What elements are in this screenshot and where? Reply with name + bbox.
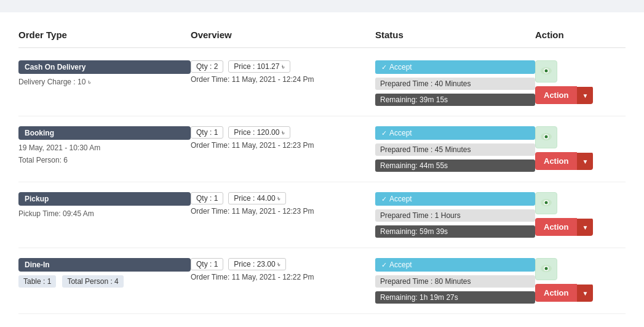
qty-badge: Qty : 2 <box>191 60 223 73</box>
status-col: ✓ Accept Prepared Time : 1 Hours Remaini… <box>375 192 535 238</box>
status-col: ✓ Accept Prepared Time : 80 Minutes Rema… <box>375 258 535 304</box>
qty-price-row: Qty : 1 Price : 120.00 ৳ <box>191 126 375 139</box>
action-dropdown-button[interactable] <box>577 285 593 302</box>
orders-table: Order Type Overview Status Action Cash O… <box>0 12 644 327</box>
price-badge: Price : 23.00 ৳ <box>228 258 286 270</box>
table-row: Cash On Delivery Delivery Charge : 10 ৳ … <box>18 50 626 116</box>
view-button[interactable] <box>535 60 557 83</box>
qty-badge: Qty : 1 <box>191 192 223 204</box>
remaining-badge: Remaining: 39m 15s <box>375 94 535 106</box>
header-action: Action <box>535 30 627 40</box>
order-type-col: Cash On Delivery Delivery Charge : 10 ৳ <box>18 60 191 86</box>
price-badge: Price : 44.00 ৳ <box>228 192 286 204</box>
order-time: Order Time: 11 May, 2021 - 12:24 Pm <box>191 75 375 84</box>
action-dropdown-button[interactable] <box>577 153 593 170</box>
view-button[interactable] <box>535 192 557 214</box>
prepared-time: Prepared Time : 40 Minutes <box>375 78 535 90</box>
order-type-badge: Booking <box>18 126 191 140</box>
table-row: Pickup Pickup Time: 09:45 Am Qty : 1 Pri… <box>18 182 626 248</box>
prepared-time: Prepared Time : 45 Minutes <box>375 143 535 156</box>
sub-info-1: Delivery Charge : 10 ৳ <box>18 78 191 86</box>
view-button[interactable] <box>535 258 557 280</box>
accept-label: Accept <box>389 260 412 269</box>
order-type-badge: Pickup <box>18 192 191 206</box>
overview-col: Qty : 1 Price : 44.00 ৳ Order Time: 11 M… <box>191 192 375 216</box>
action-dropdown-button[interactable] <box>577 87 593 104</box>
action-split-button[interactable]: Action <box>535 284 593 302</box>
table-row: Dine-In Table : 1 Total Person : 4 Qty :… <box>18 248 626 314</box>
check-icon: ✓ <box>381 129 387 137</box>
action-col: Action <box>535 60 627 104</box>
action-main-button[interactable]: Action <box>535 284 577 302</box>
action-main-button[interactable]: Action <box>535 86 577 104</box>
order-type-badge: Cash On Delivery <box>18 60 191 74</box>
qty-price-row: Qty : 1 Price : 44.00 ৳ <box>191 192 375 204</box>
svg-point-8 <box>545 201 548 204</box>
order-time: Order Time: 11 May, 2021 - 12:23 Pm <box>191 207 375 216</box>
table-badge: Total Person : 4 <box>62 275 123 288</box>
accept-button[interactable]: ✓ Accept <box>375 126 535 140</box>
check-icon: ✓ <box>381 63 387 71</box>
order-time: Order Time: 11 May, 2021 - 12:22 Pm <box>191 273 375 281</box>
action-col: Action <box>535 192 627 236</box>
action-main-button[interactable]: Action <box>535 152 577 170</box>
action-main-button[interactable]: Action <box>535 218 577 236</box>
sub-info-1: Pickup Time: 09:45 Am <box>18 209 191 218</box>
eye-icon <box>541 264 552 275</box>
svg-point-5 <box>545 135 548 139</box>
overview-col: Qty : 1 Price : 23.00 ৳ Order Time: 11 M… <box>191 258 375 281</box>
remaining-badge: Remaining: 59m 39s <box>375 225 535 238</box>
eye-icon <box>541 198 552 209</box>
header-order-type: Order Type <box>18 30 191 40</box>
prepared-time: Prepared Time : 80 Minutes <box>375 275 535 288</box>
price-badge: Price : 101.27 ৳ <box>228 60 290 73</box>
order-time: Order Time: 11 May, 2021 - 12:23 Pm <box>191 141 375 150</box>
order-type-badge: Dine-In <box>18 258 191 272</box>
overview-col: Qty : 1 Price : 120.00 ৳ Order Time: 11 … <box>191 126 375 150</box>
qty-price-row: Qty : 1 Price : 23.00 ৳ <box>191 258 375 270</box>
order-type-col: Booking 19 May, 2021 - 10:30 AmTotal Per… <box>18 126 191 164</box>
sub-info-1: 19 May, 2021 - 10:30 Am <box>18 143 191 152</box>
order-type-col: Dine-In Table : 1 Total Person : 4 <box>18 258 191 288</box>
accept-button[interactable]: ✓ Accept <box>375 60 535 74</box>
qty-badge: Qty : 1 <box>191 126 223 139</box>
remaining-badge: Remaining: 44m 55s <box>375 159 535 172</box>
overview-col: Qty : 2 Price : 101.27 ৳ Order Time: 11 … <box>191 60 375 84</box>
sub-info-2: Total Person: 6 <box>18 156 191 164</box>
action-dropdown-button[interactable] <box>577 219 593 236</box>
price-badge: Price : 120.00 ৳ <box>228 126 290 139</box>
remaining-badge: Remaining: 1h 19m 27s <box>375 291 535 304</box>
prepared-time: Prepared Time : 1 Hours <box>375 209 535 222</box>
accept-label: Accept <box>389 129 412 137</box>
orders-body: Cash On Delivery Delivery Charge : 10 ৳ … <box>18 50 626 314</box>
svg-point-11 <box>545 267 548 270</box>
accept-label: Accept <box>389 195 412 203</box>
check-icon: ✓ <box>381 195 387 203</box>
check-icon: ✓ <box>381 261 387 269</box>
status-col: ✓ Accept Prepared Time : 45 Minutes Rema… <box>375 126 535 172</box>
order-type-col: Pickup Pickup Time: 09:45 Am <box>18 192 191 218</box>
action-split-button[interactable]: Action <box>535 218 593 236</box>
accept-label: Accept <box>389 63 412 71</box>
table-row: Booking 19 May, 2021 - 10:30 AmTotal Per… <box>18 116 626 182</box>
status-col: ✓ Accept Prepared Time : 40 Minutes Rema… <box>375 60 535 106</box>
qty-price-row: Qty : 2 Price : 101.27 ৳ <box>191 60 375 73</box>
accept-button[interactable]: ✓ Accept <box>375 258 535 272</box>
action-col: Action <box>535 258 627 302</box>
svg-point-2 <box>545 70 548 73</box>
header-overview: Overview <box>191 30 375 40</box>
action-split-button[interactable]: Action <box>535 152 593 170</box>
view-button[interactable] <box>535 126 557 148</box>
action-split-button[interactable]: Action <box>535 86 593 104</box>
eye-icon <box>541 132 552 143</box>
action-col: Action <box>535 126 627 170</box>
accept-button[interactable]: ✓ Accept <box>375 192 535 206</box>
header-status: Status <box>375 30 535 40</box>
table-badge: Table : 1 <box>18 275 56 288</box>
eye-icon <box>541 66 552 77</box>
qty-badge: Qty : 1 <box>191 258 223 270</box>
table-header: Order Type Overview Status Action <box>18 25 626 48</box>
